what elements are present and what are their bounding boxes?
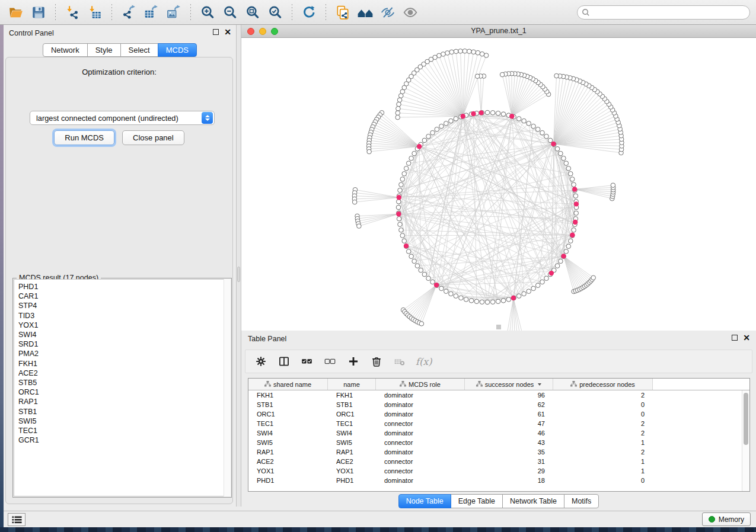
import-table-icon[interactable] [86, 4, 104, 21]
mcds-result-item[interactable]: RAP1 [18, 397, 230, 406]
mcds-result-item[interactable]: ACE2 [18, 368, 230, 378]
float-table-panel-icon[interactable] [732, 335, 738, 341]
search-input[interactable] [577, 5, 750, 20]
mcds-result-list[interactable]: PHD1CAR1STP4TID3YOX1SWI4SRD1PMA2FKH1ACE2… [14, 279, 231, 496]
table-scrollbar[interactable] [742, 390, 749, 491]
hide-graphics-icon[interactable] [379, 4, 397, 21]
mcds-result-item[interactable]: SWI5 [18, 416, 230, 426]
tab-edge-table[interactable]: Edge Table [451, 494, 503, 508]
zoom-selected-icon[interactable] [266, 4, 284, 21]
minimize-window-icon[interactable] [259, 28, 266, 35]
mcds-result-item[interactable]: SRD1 [18, 339, 230, 349]
mcds-result-item[interactable]: STP4 [18, 301, 230, 310]
refresh-icon[interactable] [300, 4, 318, 21]
show-columns-icon[interactable] [277, 354, 291, 368]
tab-node-table[interactable]: Node Table [398, 494, 451, 508]
column-header-successor-nodes[interactable]: successor nodes [465, 379, 553, 390]
network-window-titlebar[interactable]: YPA_prune.txt_1 [241, 25, 756, 38]
tab-network-table[interactable]: Network Table [502, 494, 564, 508]
eye-icon[interactable] [401, 4, 419, 21]
table-settings-gear-icon[interactable] [254, 354, 268, 368]
table-row[interactable]: ORC1ORC1dominator610 [248, 409, 742, 419]
mcds-result-item[interactable]: PMA2 [18, 349, 230, 358]
zoom-in-icon[interactable] [199, 4, 216, 21]
column-header-shared-name[interactable]: shared name [248, 379, 328, 390]
memory-button[interactable]: Memory [702, 512, 751, 526]
tab-mcds[interactable]: MCDS [158, 43, 197, 57]
list-icon [12, 516, 22, 524]
toolbar-separator [55, 4, 56, 21]
zoom-fit-icon[interactable] [244, 4, 261, 21]
run-mcds-button[interactable]: Run MCDS [54, 130, 114, 145]
overview-binoculars-icon[interactable] [356, 4, 374, 21]
splitter-handle[interactable] [237, 267, 240, 282]
mcds-result-item[interactable]: ORC1 [18, 387, 230, 397]
delete-column-trash-icon[interactable] [369, 354, 384, 368]
mcds-result-item[interactable]: GCR1 [18, 435, 230, 445]
canvas-resize-thumb[interactable] [496, 325, 501, 329]
tab-style[interactable]: Style [87, 43, 121, 57]
close-table-panel-icon[interactable]: ✕ [743, 334, 750, 341]
close-panel-button[interactable]: Close panel [122, 130, 184, 145]
column-header-MCDS-role[interactable]: MCDS role [376, 379, 465, 390]
close-window-icon[interactable] [247, 28, 254, 35]
table-cell: 35 [465, 447, 553, 457]
network-graph[interactable] [241, 38, 756, 331]
table-row[interactable]: RAP1RAP1dominator352 [248, 447, 742, 457]
export-network-icon[interactable] [120, 4, 138, 21]
tab-motifs[interactable]: Motifs [564, 494, 599, 508]
zoom-out-icon[interactable] [221, 4, 239, 21]
save-session-icon[interactable] [30, 4, 47, 21]
mcds-result-item[interactable]: TID3 [18, 311, 230, 321]
column-header-name[interactable]: name [328, 379, 376, 390]
memory-status-icon [709, 516, 715, 523]
task-history-button[interactable] [8, 513, 25, 526]
deselect-all-rows-icon[interactable] [323, 354, 337, 368]
table-scrollbar-thumb[interactable] [744, 393, 748, 445]
node-table[interactable]: shared namenameMCDS rolesuccessor nodesp… [248, 378, 750, 492]
control-panel: Control Panel ✕ NetworkStyleSelectMCDS O… [4, 25, 236, 507]
maximize-window-icon[interactable] [271, 28, 278, 35]
export-image-icon[interactable] [165, 4, 183, 21]
select-stepper-icon [202, 112, 213, 124]
table-row[interactable]: SWI5SWI5connector431 [248, 438, 742, 447]
mcds-result-item[interactable]: STB5 [18, 378, 230, 387]
export-table-icon[interactable] [142, 4, 160, 21]
column-header-label: successor nodes [485, 381, 534, 388]
table-row[interactable]: STB1STB1dominator620 [248, 400, 742, 409]
function-builder-icon[interactable]: f(x) [416, 356, 432, 367]
table-cell: SWI5 [328, 438, 376, 447]
mcds-result-item[interactable]: PHD1 [18, 282, 230, 291]
mcds-result-item[interactable]: STB1 [18, 407, 230, 416]
create-column-icon[interactable] [346, 354, 361, 368]
delete-table-icon[interactable] [393, 354, 407, 368]
table-row[interactable]: ACE2ACE2connector311 [248, 457, 742, 466]
select-all-rows-icon[interactable] [300, 354, 314, 368]
shared-column-icon [264, 381, 271, 388]
network-from-selection-icon[interactable] [334, 4, 352, 21]
table-row[interactable]: YOX1YOX1connector291 [248, 466, 742, 476]
panel-splitter[interactable] [236, 25, 241, 507]
table-row[interactable]: TEC1TEC1connector472 [248, 419, 742, 428]
open-file-icon[interactable] [7, 4, 25, 21]
mcds-result-item[interactable]: FKH1 [18, 359, 230, 368]
close-panel-icon[interactable]: ✕ [224, 28, 231, 36]
mcds-result-item[interactable]: TEC1 [18, 426, 230, 435]
mcds-result-item[interactable]: SWI4 [18, 330, 230, 339]
table-row[interactable]: FKH1FKH1dominator962 [248, 390, 742, 400]
network-view[interactable] [241, 38, 756, 331]
table-cell: RAP1 [248, 447, 328, 457]
table-row[interactable]: PHD1PHD1dominator180 [248, 476, 742, 485]
table-cell: 0 [553, 409, 653, 419]
table-cell: dominator [376, 428, 465, 438]
mcds-list-scrollbar[interactable] [224, 279, 231, 496]
mcds-result-item[interactable]: YOX1 [18, 321, 230, 330]
optimization-criterion-select[interactable]: largest connected component (undirected) [30, 111, 215, 125]
import-network-icon[interactable] [63, 4, 81, 21]
table-row[interactable]: SWI4SWI4dominator462 [248, 428, 742, 438]
mcds-result-item[interactable]: CAR1 [18, 291, 230, 301]
column-header-predecessor-nodes[interactable]: predecessor nodes [553, 379, 653, 390]
tab-select[interactable]: Select [120, 43, 158, 57]
tab-network[interactable]: Network [43, 43, 88, 57]
float-panel-icon[interactable] [213, 29, 219, 35]
